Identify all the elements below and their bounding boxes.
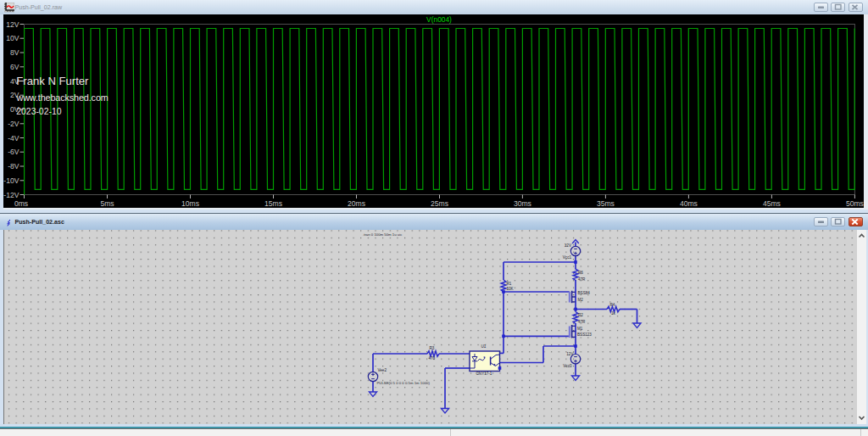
svg-text:8V: 8V [10,48,19,57]
svg-text:50ms: 50ms [846,199,864,208]
svg-text:10ms: 10ms [181,199,199,208]
svg-text:30ms: 30ms [514,199,531,208]
svg-text:45ms: 45ms [763,199,781,208]
svg-text:12V: 12V [565,243,572,248]
svg-text:Vee2: Vee2 [378,368,387,372]
svg-text:PULSE(0 5 0 0 0 0.5m 1m 1000): PULSE(0 5 0 0 0 0.5m 1m 1000) [377,381,431,385]
svg-text:-10V: -10V [3,176,19,185]
svg-text:M2: M2 [578,298,584,302]
svg-text:-8V: -8V [8,162,19,170]
svg-text:470: 470 [429,356,436,361]
svg-text:20ms: 20ms [348,199,365,208]
svg-text:R6: R6 [578,271,583,275]
svg-text:0ms: 0ms [14,199,28,208]
svg-text:Vcc0: Vcc0 [563,364,572,368]
svg-text:.tran 0 100m 50m 1u uic: .tran 0 100m 50m 1u uic [363,232,403,237]
svg-text:U1: U1 [481,344,487,349]
svg-text:CNY17-1: CNY17-1 [476,372,492,376]
svg-text:2023-02-10: 2023-02-10 [16,107,61,116]
svg-text:BSS84: BSS84 [578,291,591,295]
svg-text:12V: 12V [6,20,19,29]
svg-text:-12V: -12V [3,191,19,199]
svg-text:-6V: -6V [8,148,19,156]
svg-text:6V: 6V [10,63,19,71]
svg-text:R4: R4 [610,303,615,307]
svg-text:35ms: 35ms [597,199,615,208]
svg-text:-4V: -4V [8,134,19,143]
svg-text:Vcc1: Vcc1 [563,255,572,260]
svg-text:R1: R1 [507,282,512,286]
svg-text:R3: R3 [430,346,435,350]
svg-text:-2V: -2V [8,120,19,128]
svg-text:V(n004): V(n004) [426,15,452,24]
svg-text:www.thebackshed.com: www.thebackshed.com [16,92,108,103]
svg-text:R2: R2 [578,313,583,317]
svg-text:M1: M1 [577,327,583,331]
svg-text:47R: 47R [578,277,586,282]
svg-text:15ms: 15ms [264,199,282,208]
svg-text:BSS123: BSS123 [577,333,592,337]
svg-text:47R: 47R [578,320,586,324]
svg-text:Frank N Furter: Frank N Furter [16,75,89,87]
svg-text:12V: 12V [566,352,574,356]
svg-text:10K: 10K [507,287,515,291]
svg-text:10V: 10V [6,34,19,42]
svg-text:25ms: 25ms [431,199,448,208]
svg-text:1k: 1k [611,311,616,316]
svg-text:5ms: 5ms [100,199,114,208]
svg-text:40ms: 40ms [680,199,698,208]
